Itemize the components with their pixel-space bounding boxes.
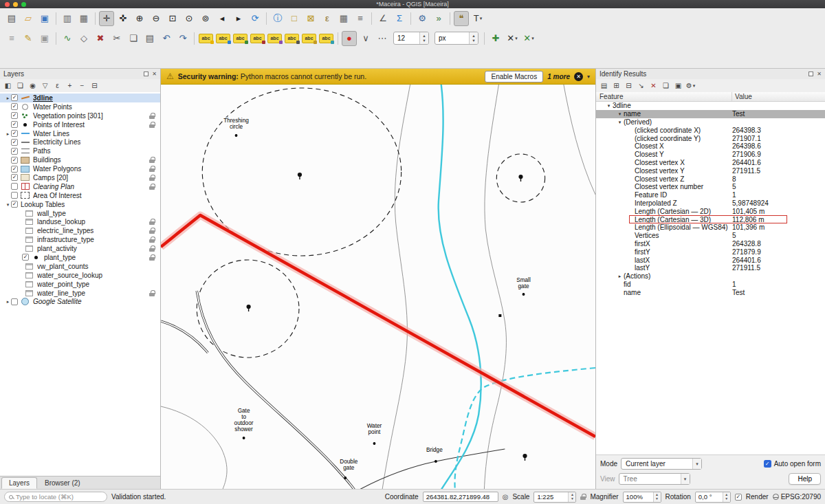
zoom-full-button[interactable]: ⊡ xyxy=(165,11,180,26)
layer-visibility-checkbox[interactable] xyxy=(11,192,18,199)
identify-row-lasty[interactable]: lastY271911.5 xyxy=(596,264,825,272)
identify-row-derived[interactable]: (Derived) xyxy=(596,118,825,127)
layer-item-plant-type[interactable]: plant_type xyxy=(0,253,160,262)
close-panel-icon[interactable] xyxy=(817,72,822,77)
enable-macros-button[interactable]: Enable Macros xyxy=(485,71,543,83)
identify-row-vertices[interactable]: Vertices5 xyxy=(596,232,825,240)
layer-item-water-source-lookup[interactable]: water_source_lookup xyxy=(0,271,160,280)
auto-open-form-checkbox[interactable] xyxy=(764,460,771,468)
change-label-button[interactable]: abc xyxy=(285,34,299,43)
locate-search-input[interactable]: Type to locate (⌘K) xyxy=(4,492,107,502)
layer-item-vw-plant-counts[interactable]: vw_plant_counts xyxy=(0,262,160,271)
undo-button[interactable]: ↶ xyxy=(159,31,174,46)
vertex-tool-button[interactable]: ◇ xyxy=(76,31,91,46)
layer-item-buildings[interactable]: Buildings xyxy=(0,155,160,164)
layer-item-water-points[interactable]: Water Points xyxy=(0,102,160,111)
layer-visibility-checkbox[interactable] xyxy=(11,139,18,146)
layer-visibility-checkbox[interactable] xyxy=(11,174,18,181)
zoom-out-button[interactable]: ⊖ xyxy=(148,11,164,26)
layer-item-lookup-tables[interactable]: Lookup Tables xyxy=(0,200,160,209)
cut-features-button[interactable]: ✂ xyxy=(109,31,124,46)
expand-all-button[interactable]: + xyxy=(64,80,76,91)
save-project-button[interactable]: ▣ xyxy=(37,11,52,26)
highlight-style-button[interactable]: ● xyxy=(342,31,357,46)
layer-labeling-button[interactable]: abc xyxy=(199,34,213,43)
layer-item-water-lines[interactable]: Water Lines xyxy=(0,129,160,138)
layer-visibility-checkbox[interactable] xyxy=(11,183,18,190)
field-calculator-button[interactable]: ≡ xyxy=(353,11,368,26)
identify-settings-button[interactable]: ⚙ xyxy=(685,80,696,91)
identify-row-closest-vertex-number[interactable]: Closest vertex number5 xyxy=(596,183,825,191)
dock-tab-layers[interactable]: Layers xyxy=(1,477,37,489)
minimize-window-button[interactable] xyxy=(13,2,18,7)
view-select[interactable]: Tree xyxy=(619,473,690,485)
collapse-all-button[interactable]: − xyxy=(76,80,88,91)
stepper-arrows-icon[interactable] xyxy=(723,492,730,502)
zoom-last-button[interactable]: ◂ xyxy=(214,11,230,26)
stepper-arrows-icon[interactable] xyxy=(568,492,575,502)
feature-column-header[interactable]: Feature xyxy=(596,92,732,101)
identify-row-firsty[interactable]: firstY271879.9 xyxy=(596,248,825,256)
scale-combo[interactable]: 1:225 xyxy=(534,492,576,503)
identify-row-actions[interactable]: (Actions) xyxy=(596,272,825,281)
remove-layer-button[interactable]: ⊟ xyxy=(89,80,100,91)
coordinate-input[interactable]: 264381.82,271899.48 xyxy=(423,492,498,502)
layer-visibility-checkbox[interactable] xyxy=(11,298,18,305)
marker-angle-button[interactable]: ∨ xyxy=(358,31,373,46)
expand-arrow-icon[interactable] xyxy=(617,120,623,124)
layer-item-infrastructure-type[interactable]: infrastructure_type xyxy=(0,235,160,244)
layer-item-clearing-plan[interactable]: Clearing Plan xyxy=(0,182,160,191)
identify-row-fid[interactable]: fid1 xyxy=(596,281,825,289)
add-line-feature-button[interactable]: ∿ xyxy=(60,31,75,46)
float-panel-icon[interactable] xyxy=(144,72,148,76)
layer-visibility-checkbox[interactable] xyxy=(11,103,18,110)
map-canvas[interactable]: ThreshingcircleSmallgateGatetooutdoorsho… xyxy=(161,85,595,489)
identify-features-button[interactable]: ⓘ xyxy=(270,11,285,26)
more-messages-link[interactable]: 1 more xyxy=(547,73,570,80)
marker-pattern-button[interactable]: ⋯ xyxy=(375,31,390,46)
expand-new-results-button[interactable]: ↘ xyxy=(635,80,647,91)
copy-features-button[interactable]: ❏ xyxy=(126,31,141,46)
manage-map-themes-button[interactable]: ◉ xyxy=(27,80,38,91)
layer-visibility-checkbox[interactable] xyxy=(22,254,29,261)
layer-item-water-point-type[interactable]: water_point_type xyxy=(0,280,160,289)
expand-arrow-icon[interactable] xyxy=(5,299,11,304)
zoom-to-layer-button[interactable]: ⊚ xyxy=(198,11,213,26)
stepper-arrows-icon[interactable] xyxy=(469,32,478,44)
layer-visibility-checkbox[interactable] xyxy=(11,94,18,101)
layer-visibility-checkbox[interactable] xyxy=(11,148,18,155)
layer-item-wall-type[interactable]: wall_type xyxy=(0,209,160,218)
identify-row-closest-vertex-y[interactable]: Closest vertex Y271911.5 xyxy=(596,166,825,175)
refresh-map-button[interactable]: ⟳ xyxy=(248,11,263,26)
close-message-icon[interactable] xyxy=(574,72,583,81)
extents-toggle-icon[interactable] xyxy=(503,493,509,501)
layer-item-camps-20[interactable]: Camps [20] xyxy=(0,173,160,182)
enable-tracing-button[interactable]: ✕ xyxy=(505,31,520,46)
dropdown-arrow-icon[interactable] xyxy=(480,16,483,21)
clear-results-button[interactable]: ✕ xyxy=(648,80,659,91)
zoom-in-button[interactable]: ⊕ xyxy=(132,11,147,26)
save-layer-edits-button[interactable]: ▣ xyxy=(37,31,52,46)
move-label-button[interactable]: abc xyxy=(250,34,265,43)
deselect-features-button[interactable]: ⊠ xyxy=(303,11,318,26)
zoom-to-selection-button[interactable]: ⊙ xyxy=(182,11,197,26)
layer-visibility-checkbox[interactable] xyxy=(11,121,18,128)
select-features-button[interactable]: □ xyxy=(287,11,302,26)
pan-map-button[interactable]: ✛ xyxy=(99,11,114,26)
redo-button[interactable]: ↷ xyxy=(175,31,190,46)
expand-arrow-icon[interactable] xyxy=(617,274,623,278)
scale-lock-icon[interactable] xyxy=(580,494,586,500)
snapping-options-button[interactable]: ✚ xyxy=(488,31,503,46)
layout-manager-button[interactable]: ▦ xyxy=(76,11,91,26)
expand-arrow-icon[interactable] xyxy=(5,131,11,136)
layer-visibility-checkbox[interactable] xyxy=(11,130,18,137)
processing-toolbox-button[interactable]: ⚙ xyxy=(415,11,430,26)
identify-row-closest-vertex-x[interactable]: Closest vertex X264401.6 xyxy=(596,159,825,167)
text-annotation-button[interactable]: T xyxy=(470,11,485,26)
layer-diagram-button[interactable]: abc xyxy=(233,34,248,43)
value-column-header[interactable]: Value xyxy=(732,92,825,101)
toggle-editing-button[interactable]: ✎ xyxy=(21,31,36,46)
identify-row-length-cartesian-3d[interactable]: Length (Cartesian — 3D)112,806 m xyxy=(596,215,825,223)
identify-row-length-ellipsoidal-wgs84[interactable]: Length (Ellipsoidal — WGS84)101,396 m xyxy=(596,223,825,232)
layer-item-plant-activity[interactable]: plant_activity xyxy=(0,244,160,253)
